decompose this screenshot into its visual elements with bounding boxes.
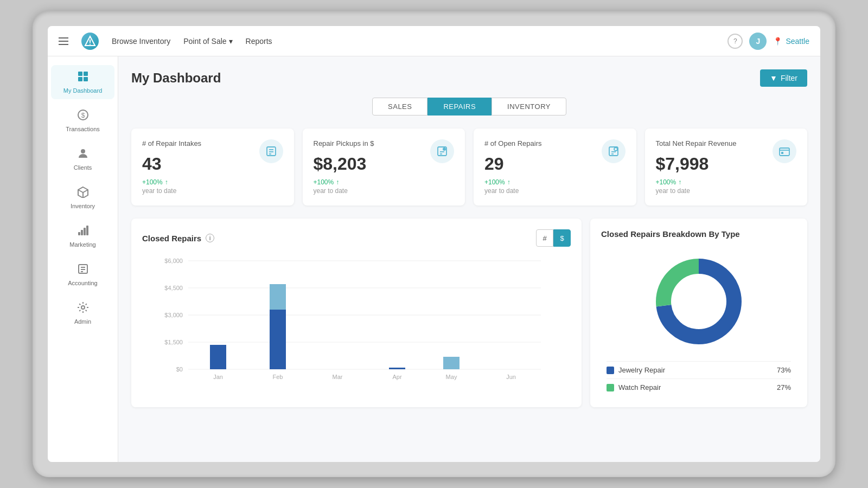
charts-row: Closed Repairs i # $ $6,000 — [131, 219, 807, 407]
point-of-sale-link[interactable]: Point of Sale ▾ — [183, 37, 232, 46]
svg-point-18 — [81, 306, 85, 309]
svg-rect-5 — [78, 77, 82, 81]
stat-card-change-repair-pickups: +100% ↑ — [314, 178, 455, 186]
bar-apr-dark — [389, 368, 405, 369]
bar-chart-area: $6,000 $4,500 $3,000 $1,500 $0 — [142, 255, 571, 396]
chart-header-closed-repairs: Closed Repairs i # $ — [142, 229, 571, 247]
content-area: My Dashboard ▼ Filter SALES REPAIRS INVE… — [118, 56, 820, 462]
stat-card-repair-pickups: Repair Pickups in $ $8,203 +100% ↑ year … — [303, 129, 465, 206]
location-selector[interactable]: 📍 Seattle — [773, 37, 809, 46]
chart-title-breakdown: Closed Repairs Breakdown By Type — [601, 229, 740, 239]
sidebar-label-accounting: Accounting — [68, 280, 97, 286]
tab-repairs[interactable]: REPAIRS — [427, 98, 492, 115]
chart-legend: Jewelry Repair 73% Watch Repair — [601, 361, 796, 396]
hamburger-menu[interactable] — [59, 37, 68, 45]
arrow-up-icon: ↑ — [165, 178, 168, 186]
sidebar-item-marketing[interactable]: Marketing — [51, 219, 114, 253]
stat-card-period-repair-intakes: year to date — [142, 187, 283, 195]
tab-inventory[interactable]: INVENTORY — [492, 98, 566, 115]
donut-area: Jewelry Repair 73% Watch Repair — [601, 247, 796, 396]
legend-pct-jewelry: 73% — [777, 366, 791, 374]
svg-rect-3 — [78, 72, 82, 76]
svg-text:Jun: Jun — [506, 374, 516, 380]
legend-dot-watch — [607, 384, 614, 391]
svg-rect-31 — [780, 148, 789, 156]
svg-rect-4 — [84, 72, 88, 76]
arrow-up-icon: ↑ — [678, 178, 681, 186]
bar-feb-dark — [270, 310, 286, 369]
svg-text:Apr: Apr — [392, 374, 401, 380]
arrow-up-icon: ↑ — [507, 178, 510, 186]
stat-cards-container: # of Repair Intakes 43 +100% ↑ year to d… — [131, 129, 807, 206]
svg-text:$0: $0 — [176, 366, 183, 373]
bar-feb-light — [270, 284, 286, 310]
svg-text:$: $ — [81, 112, 85, 119]
chart-title-closed-repairs: Closed Repairs i — [142, 234, 214, 243]
stat-card-icon-repair-pickups — [430, 139, 454, 163]
sidebar: My Dashboard $ Transactions — [48, 56, 118, 462]
sidebar-item-clients[interactable]: Clients — [51, 142, 114, 176]
chart-toggle-dollar[interactable]: $ — [553, 229, 571, 247]
chart-toggle-hash[interactable]: # — [536, 229, 553, 247]
svg-text:$4,500: $4,500 — [164, 285, 183, 291]
svg-rect-10 — [78, 232, 80, 235]
bar-jan-dark — [210, 345, 226, 369]
sidebar-item-accounting[interactable]: Accounting — [51, 258, 114, 292]
stat-card-open-repairs: # of Open Repairs 29 +100% ↑ year to dat… — [474, 129, 636, 206]
reports-link[interactable]: Reports — [246, 37, 272, 46]
stat-card-change-open-repairs: +100% ↑ — [484, 178, 626, 186]
legend-label-jewelry: Jewelry Repair — [618, 366, 665, 374]
filter-button[interactable]: ▼ Filter — [760, 69, 807, 87]
clients-icon — [77, 147, 89, 162]
stat-card-repair-intakes: # of Repair Intakes 43 +100% ↑ year to d… — [131, 129, 294, 206]
filter-icon: ▼ — [770, 74, 777, 82]
sidebar-item-dashboard[interactable]: My Dashboard — [51, 65, 114, 99]
svg-text:$1,500: $1,500 — [164, 339, 183, 345]
app-logo — [81, 33, 99, 50]
sidebar-item-admin[interactable]: Admin — [51, 296, 114, 330]
bar-chart-svg: $6,000 $4,500 $3,000 $1,500 $0 — [142, 255, 571, 396]
stat-card-icon-net-revenue — [773, 139, 796, 163]
admin-icon — [77, 301, 89, 316]
svg-text:Feb: Feb — [273, 374, 283, 380]
bar-may-light — [443, 357, 459, 369]
sidebar-item-inventory[interactable]: Inventory — [51, 181, 114, 215]
user-avatar[interactable]: J — [749, 33, 767, 50]
svg-rect-33 — [781, 152, 783, 154]
stat-card-change-repair-intakes: +100% ↑ — [142, 178, 283, 186]
inventory-icon — [77, 186, 89, 201]
help-button[interactable]: ? — [727, 34, 743, 49]
sidebar-label-inventory: Inventory — [71, 203, 95, 209]
info-icon[interactable]: i — [206, 234, 214, 242]
device-frame: Browse Inventory Point of Sale ▾ Reports… — [33, 11, 835, 477]
svg-point-52 — [672, 274, 726, 329]
stat-card-change-net-revenue: +100% ↑ — [656, 178, 797, 186]
sidebar-label-transactions: Transactions — [66, 126, 100, 132]
closed-repairs-chart-card: Closed Repairs i # $ $6,000 — [131, 219, 582, 407]
chart-header-breakdown: Closed Repairs Breakdown By Type — [601, 229, 796, 239]
svg-rect-6 — [84, 77, 88, 81]
svg-point-9 — [81, 149, 85, 153]
transactions-icon: $ — [77, 109, 89, 124]
svg-text:$6,000: $6,000 — [164, 258, 183, 264]
svg-text:May: May — [446, 374, 457, 380]
sidebar-item-transactions[interactable]: $ Transactions — [51, 104, 114, 138]
sidebar-label-marketing: Marketing — [69, 241, 95, 248]
svg-point-28 — [614, 147, 617, 151]
browse-inventory-link[interactable]: Browse Inventory — [112, 37, 170, 46]
breakdown-chart-card: Closed Repairs Breakdown By Type — [590, 219, 807, 407]
svg-point-2 — [90, 43, 91, 44]
location-name: Seattle — [786, 37, 809, 46]
sidebar-label-clients: Clients — [74, 164, 92, 171]
stat-card-icon-open-repairs — [602, 139, 626, 163]
tab-sales[interactable]: SALES — [372, 98, 427, 115]
dropdown-arrow-icon: ▾ — [229, 37, 233, 46]
legend-item-watch: Watch Repair 27% — [607, 378, 791, 396]
legend-dot-jewelry — [607, 367, 614, 374]
legend-pct-watch: 27% — [777, 383, 791, 391]
chart-toggle: # $ — [536, 229, 571, 247]
svg-rect-12 — [84, 228, 86, 235]
legend-label-watch: Watch Repair — [618, 383, 661, 391]
svg-rect-13 — [86, 226, 88, 235]
legend-item-jewelry: Jewelry Repair 73% — [607, 361, 791, 378]
